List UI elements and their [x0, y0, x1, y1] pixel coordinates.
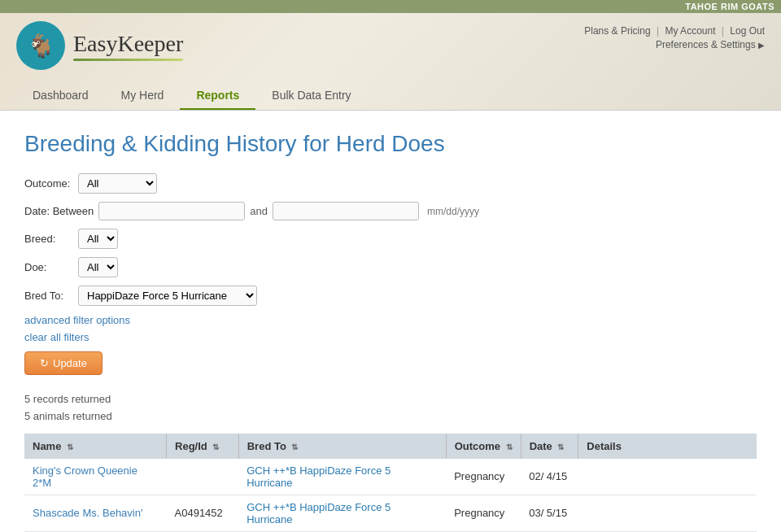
outcome-label: Outcome:: [24, 177, 73, 190]
col-reg-id[interactable]: Reg/Id ⇅: [167, 434, 239, 459]
header: 🐐 EasyKeeper Plans & Pricing | My Accoun…: [0, 13, 781, 111]
refresh-icon: ↻: [40, 357, 49, 369]
preferences-link[interactable]: Preferences & Settings: [656, 39, 756, 50]
bred-to-link[interactable]: GCH ++*B HappiDaze Force 5 Hurricane: [247, 501, 390, 525]
date-from-input[interactable]: [98, 202, 245, 220]
nav-item-dashboard[interactable]: Dashboard: [16, 82, 105, 110]
animals-returned-text: 5 animals returned: [24, 408, 757, 425]
outcome-filter-row: Outcome: All Pregnancy Kidding None: [24, 173, 757, 194]
main-nav: Dashboard My Herd Reports Bulk Data Entr…: [16, 78, 765, 110]
table-row: King's Crown Queenie 2*M GCH ++*B HappiD…: [24, 459, 757, 495]
cell-date: 02/ 4/15: [521, 459, 578, 495]
cell-details: [578, 495, 757, 531]
name-link[interactable]: Shascade Ms. Behavin': [33, 507, 142, 519]
bred-to-select[interactable]: HappiDaze Force 5 Hurricane All: [78, 286, 257, 306]
sep1: |: [657, 25, 659, 37]
cell-date: 03/ 5/15: [521, 495, 578, 531]
bred-to-label: Bred To:: [24, 290, 73, 302]
records-returned-text: 5 records returned: [24, 391, 757, 408]
farm-name-label: TAHOE RIM GOATS: [685, 2, 774, 11]
date-format-hint: mm/dd/yyyy: [427, 206, 479, 217]
logo-text-area: EasyKeeper: [73, 31, 183, 61]
data-table: Name ⇅ Reg/Id ⇅ Bred To ⇅ Outcome ⇅ Date…: [24, 434, 757, 532]
top-bar: TAHOE RIM GOATS: [0, 0, 781, 13]
bred-to-link[interactable]: GCH ++*B HappiDaze Force 5 Hurricane: [247, 464, 390, 489]
cell-name: Shascade Ms. Behavin': [24, 495, 167, 531]
my-account-link[interactable]: My Account: [665, 25, 715, 37]
cell-details: [578, 459, 757, 495]
header-top-links: Plans & Pricing | My Account | Log Out: [584, 25, 765, 37]
col-name[interactable]: Name ⇅: [24, 434, 167, 459]
doe-filter-row: Doe: All: [24, 257, 757, 277]
goat-icon: 🐐: [27, 33, 55, 59]
breed-label: Breed:: [24, 233, 73, 245]
col-details: Details: [578, 434, 757, 459]
regid-sort-icon: ⇅: [212, 443, 219, 451]
breed-select[interactable]: All: [78, 229, 118, 249]
cell-bred-to: GCH ++*B HappiDaze Force 5 Hurricane: [238, 495, 446, 531]
update-label: Update: [53, 357, 87, 369]
and-label: and: [250, 205, 268, 217]
log-out-link[interactable]: Log Out: [730, 25, 765, 37]
col-bred-to[interactable]: Bred To ⇅: [238, 434, 446, 459]
breed-filter-row: Breed: All: [24, 229, 757, 249]
col-date[interactable]: Date ⇅: [521, 434, 578, 459]
col-outcome[interactable]: Outcome ⇅: [446, 434, 521, 459]
name-sort-icon: ⇅: [67, 443, 73, 451]
cell-outcome: Pregnancy: [446, 459, 521, 495]
update-button[interactable]: ↻ Update: [24, 351, 103, 375]
bredto-sort-icon: ⇅: [291, 443, 298, 451]
header-prefs-row: Preferences & Settings ▶: [584, 39, 765, 50]
chevron-right-icon: ▶: [758, 41, 765, 50]
date-filter-row: Date: Between and mm/dd/yyyy: [24, 202, 757, 220]
table-row: Shascade Ms. Behavin' A0491452 GCH ++*B …: [24, 495, 757, 531]
cell-name: King's Crown Queenie 2*M: [24, 459, 167, 495]
cell-reg-id: A0491452: [167, 495, 239, 531]
nav-item-reports[interactable]: Reports: [180, 82, 255, 110]
date-between-label: Date: Between: [24, 205, 94, 217]
logo-underline: [73, 59, 183, 61]
sep2: |: [722, 25, 724, 37]
cell-outcome: Pregnancy: [446, 495, 521, 531]
main-content: Breeding & Kidding History for Herd Does…: [0, 111, 781, 532]
outcome-sort-icon: ⇅: [506, 443, 513, 451]
page-title: Breeding & Kidding History for Herd Does: [24, 131, 757, 157]
cell-reg-id: [167, 459, 239, 495]
date-sort-icon: ⇅: [557, 443, 564, 451]
logo-area: 🐐 EasyKeeper: [16, 21, 183, 70]
outcome-select[interactable]: All Pregnancy Kidding None: [78, 173, 157, 194]
header-nav-right: Plans & Pricing | My Account | Log Out P…: [584, 21, 765, 50]
records-info: 5 records returned 5 animals returned: [24, 391, 757, 425]
cell-bred-to: GCH ++*B HappiDaze Force 5 Hurricane: [238, 459, 446, 495]
logo-circle: 🐐: [16, 21, 65, 70]
clear-filters-link[interactable]: clear all filters: [24, 331, 89, 343]
table-header-row: Name ⇅ Reg/Id ⇅ Bred To ⇅ Outcome ⇅ Date…: [24, 434, 757, 459]
nav-item-my-herd[interactable]: My Herd: [105, 82, 181, 110]
advanced-filter-link[interactable]: advanced filter options: [24, 314, 130, 326]
date-to-input[interactable]: [273, 202, 419, 220]
logo-text: EasyKeeper: [73, 31, 183, 57]
nav-item-bulk-data-entry[interactable]: Bulk Data Entry: [255, 82, 367, 110]
name-link[interactable]: King's Crown Queenie 2*M: [33, 464, 137, 489]
plans-pricing-link[interactable]: Plans & Pricing: [584, 25, 650, 37]
doe-label: Doe:: [24, 261, 73, 273]
doe-select[interactable]: All: [78, 257, 118, 277]
bred-to-filter-row: Bred To: HappiDaze Force 5 Hurricane All: [24, 286, 757, 306]
